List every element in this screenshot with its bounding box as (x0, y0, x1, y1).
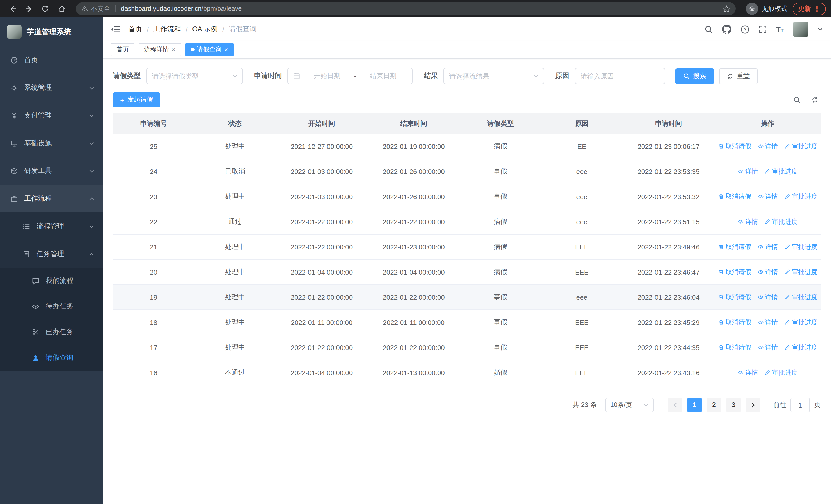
forward-button[interactable] (22, 2, 36, 16)
cancel-leave-link[interactable]: 取消请假 (718, 142, 751, 151)
approval-progress-link[interactable]: 审批进度 (764, 368, 798, 377)
result-input[interactable] (444, 68, 533, 84)
bookmark-star-icon[interactable] (723, 5, 730, 12)
col-leave-type: 请假类型 (460, 113, 541, 134)
approval-progress-link[interactable]: 审批进度 (764, 167, 798, 176)
cell-apply-time: 2022-01-23 00:06:17 (623, 134, 715, 159)
cancel-leave-icon (718, 143, 724, 149)
refresh-table-icon[interactable] (811, 96, 819, 104)
approval-progress-link[interactable]: 审批进度 (784, 142, 818, 151)
apply-time-range-picker[interactable]: 开始日期 - 结束日期 (287, 68, 413, 84)
sidebar-item-task-management[interactable]: 任务管理 (0, 240, 103, 268)
sidebar-item-payment[interactable]: 支付管理 (0, 101, 103, 129)
sidebar-item-workflow[interactable]: 工作流程 (0, 185, 103, 212)
breadcrumb-item[interactable]: 工作流程 (153, 25, 181, 34)
sidebar-item-done-tasks[interactable]: 已办任务 (0, 319, 103, 345)
back-button[interactable] (5, 2, 20, 16)
approval-progress-link[interactable]: 审批进度 (764, 217, 798, 226)
start-date-placeholder[interactable]: 开始日期 (303, 71, 351, 81)
approval-progress-link[interactable]: 审批进度 (784, 318, 818, 327)
sidebar-collapse-icon[interactable] (111, 25, 120, 34)
reset-button[interactable]: 重置 (719, 68, 757, 84)
sidebar-item-system[interactable]: 系统管理 (0, 74, 103, 101)
approval-progress-link[interactable]: 审批进度 (784, 343, 818, 352)
result-select[interactable] (443, 68, 544, 84)
table-row: 20处理中2022-01-04 00:00:002022-01-04 00:00… (113, 260, 821, 285)
detail-link[interactable]: 详情 (757, 293, 778, 301)
leave-query-icon (32, 354, 39, 362)
help-icon[interactable]: ? (740, 25, 749, 34)
page-button-1[interactable]: 1 (687, 398, 701, 412)
cell-actions: 取消请假详情审批进度 (715, 310, 821, 335)
done-tasks-icon (32, 328, 39, 336)
approval-progress-link[interactable]: 审批进度 (784, 293, 818, 301)
search-button[interactable]: 搜索 (676, 68, 714, 84)
cancel-leave-link[interactable]: 取消请假 (718, 318, 751, 327)
cancel-leave-link[interactable]: 取消请假 (718, 268, 751, 276)
next-page-button[interactable] (746, 398, 760, 412)
leave-type-select[interactable] (146, 68, 243, 84)
cancel-leave-icon (718, 269, 724, 275)
create-leave-label: 发起请假 (127, 95, 153, 104)
approval-progress-link[interactable]: 审批进度 (784, 192, 818, 201)
browser-menu-update-button[interactable]: 更新 ⋮ (793, 2, 826, 15)
approval-progress-link[interactable]: 审批进度 (784, 242, 818, 251)
detail-link[interactable]: 详情 (757, 343, 778, 352)
breadcrumb-item[interactable]: 首页 (128, 25, 142, 34)
tag-home[interactable]: 首页 (111, 43, 135, 56)
sidebar-item-devtools[interactable]: 研发工具 (0, 157, 103, 185)
cancel-leave-link[interactable]: 取消请假 (718, 192, 751, 201)
sidebar-item-my-process[interactable]: 我的流程 (0, 268, 103, 294)
sidebar-item-home[interactable]: 首页 (0, 46, 103, 74)
github-icon[interactable] (722, 25, 731, 34)
page-button-3[interactable]: 3 (726, 398, 741, 412)
cancel-leave-link[interactable]: 取消请假 (718, 242, 751, 251)
detail-link[interactable]: 详情 (757, 318, 778, 327)
cancel-leave-link[interactable]: 取消请假 (718, 343, 751, 352)
sidebar-item-process-management[interactable]: 流程管理 (0, 212, 103, 240)
cell-end-time: 2022-01-04 00:00:00 (368, 260, 460, 285)
detail-link[interactable]: 详情 (738, 167, 758, 176)
search-icon[interactable] (704, 25, 713, 34)
reason-field[interactable] (575, 68, 665, 84)
close-icon[interactable]: × (224, 46, 228, 53)
detail-link[interactable]: 详情 (738, 368, 758, 377)
detail-link[interactable]: 详情 (757, 242, 778, 251)
col-apply-time: 申请时间 (623, 113, 715, 134)
goto-page-input[interactable] (791, 398, 810, 412)
cancel-leave-link[interactable]: 取消请假 (718, 293, 751, 301)
reload-button[interactable] (38, 2, 52, 16)
end-date-placeholder[interactable]: 结束日期 (359, 71, 407, 81)
reason-input[interactable] (575, 68, 665, 84)
fullscreen-icon[interactable] (758, 25, 767, 33)
sidebar-item-infrastructure[interactable]: 基础设施 (0, 129, 103, 157)
cell-actions: 取消请假详情审批进度 (715, 260, 821, 285)
chevron-down-icon[interactable] (818, 27, 823, 32)
avatar[interactable] (793, 22, 808, 37)
goto-label: 前往 (773, 400, 786, 410)
cell-end-time: 2022-01-11 00:00:00 (368, 310, 460, 335)
font-size-icon[interactable]: TT (776, 25, 784, 34)
sidebar-item-leave-query[interactable]: 请假查询 (0, 345, 103, 370)
toggle-search-icon[interactable] (793, 96, 801, 104)
tag-process-detail[interactable]: 流程详情 × (139, 43, 181, 56)
page-button-2[interactable]: 2 (707, 398, 721, 412)
detail-link[interactable]: 详情 (757, 192, 778, 201)
create-leave-button[interactable]: + 发起请假 (113, 92, 160, 107)
security-chip[interactable]: 不安全 (81, 4, 110, 13)
breadcrumb-item[interactable]: OA 示例 (192, 25, 218, 34)
detail-link[interactable]: 详情 (757, 268, 778, 276)
sidebar-item-todo-tasks[interactable]: 待办任务 (0, 294, 103, 319)
prev-page-button[interactable] (668, 398, 682, 412)
leave-type-input[interactable] (147, 68, 232, 84)
tag-leave-query[interactable]: 请假查询 × (185, 43, 233, 56)
cell-leave-type: 病假 (460, 260, 541, 285)
approval-progress-link[interactable]: 审批进度 (784, 268, 818, 276)
detail-link[interactable]: 详情 (757, 142, 778, 151)
close-icon[interactable]: × (171, 46, 175, 53)
page-size-select[interactable]: 10条/页 (605, 398, 654, 412)
address-bar[interactable]: 不安全 dashboard.yudao.iocoder.cn/bpm/oa/le… (76, 2, 736, 16)
home-button[interactable] (54, 2, 69, 16)
cell-reason: EEE (541, 360, 623, 385)
detail-link[interactable]: 详情 (738, 217, 758, 226)
